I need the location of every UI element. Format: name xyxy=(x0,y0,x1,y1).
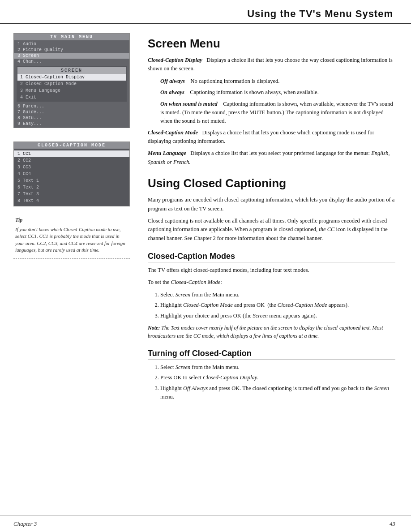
tip-box: Tip If you don't know which Closed-Capti… xyxy=(13,212,130,259)
cc-item-cc2: 2 CC2 xyxy=(14,157,129,164)
tv-menu-list: 1 Audio 2 Picture Quality 3 Screen 4 Cha… xyxy=(14,40,129,128)
turning-off-title: Turning off Closed-Caption xyxy=(148,349,395,360)
cc-menu-screenshot: CLOSED-CAPTION MODE 1 CC1 2 CC2 3 CC3 4 … xyxy=(13,142,130,206)
turning-off-step-2: Press OK to select Closed-Caption Displa… xyxy=(160,373,395,382)
on-when-sound-muted-term: On when sound is muted xyxy=(160,101,218,107)
cc-modes-para1: The TV offers eight closed-captioned mod… xyxy=(148,266,395,275)
screen-menu-title: Screen Menu xyxy=(148,37,395,51)
cc-modes-note: Note: The Text modes cover nearly half o… xyxy=(148,324,395,340)
footer-chapter: Chapter 3 xyxy=(13,520,37,528)
tip-label: Tip xyxy=(15,217,128,223)
tv-menu-item-picture: 2 Picture Quality xyxy=(14,47,129,53)
menu-language-para: Menu Language Displays a choice list tha… xyxy=(148,149,395,167)
cc-modes-para2: To set the Closed-Caption Mode: xyxy=(148,278,395,287)
tv-menu-item-chan: 4 Chan... xyxy=(14,59,129,64)
tv-menu-item-paren: 6 Paren... xyxy=(14,103,129,109)
cc-item-cc4: 4 CC4 xyxy=(14,171,129,177)
cc-item-cc1: 1 CC1 xyxy=(14,150,129,157)
off-always-para: Off always No captioning information is … xyxy=(160,77,395,86)
page-footer: Chapter 3 43 xyxy=(0,515,411,532)
cc-menu-title: CLOSED-CAPTION MODE xyxy=(14,142,129,149)
footer-page-number: 43 xyxy=(390,520,395,528)
tv-menu-screenshot: TV MAIN MENU 1 Audio 2 Picture Quality 3… xyxy=(13,33,130,128)
on-always-term: On always xyxy=(160,89,184,95)
cc-menu-list: 1 CC1 2 CC2 3 CC3 4 CC4 5 Text 1 6 Text … xyxy=(14,149,129,206)
on-always-para: On always Captioning information is show… xyxy=(160,88,395,97)
cc-modes-step-1: Select Screen from the Main menu. xyxy=(160,291,395,299)
cc-modes-title: Closed-Caption Modes xyxy=(148,252,395,262)
cc-modes-step-3: Highlight your choice and press OK (the … xyxy=(160,312,395,320)
tv-menu-item-setu: 8 Setu... xyxy=(14,115,129,121)
on-always-desc: Captioning information is shown always, … xyxy=(190,89,318,95)
closed-caption-mode-term: Closed-Caption Mode xyxy=(148,129,198,136)
closed-caption-mode-para: Closed-Caption Mode Displays a choice li… xyxy=(148,129,395,146)
closed-captioning-title: Using Closed Captioning xyxy=(148,176,395,190)
closed-captioning-para2: Closed captioning is not available on al… xyxy=(148,217,395,243)
closed-captioning-para1: Many programs are encoded with closed-ca… xyxy=(148,196,395,213)
cc-item-text1: 5 Text 1 xyxy=(14,177,129,184)
cc-modes-steps: Select Screen from the Main menu. Highli… xyxy=(160,291,395,320)
tv-menu-item-audio: 1 Audio xyxy=(14,41,129,47)
page-title: Using the TV's Menu System xyxy=(18,8,393,20)
cc-item-text3: 7 Text 3 xyxy=(14,191,129,197)
menu-language-term: Menu Language xyxy=(148,150,186,156)
page-header: Using the TV's Menu System xyxy=(0,0,411,24)
cc-modes-step-2: Highlight Closed-Caption Mode and press … xyxy=(160,301,395,309)
tv-menu-item-screen: 3 Screen xyxy=(14,53,129,59)
closed-caption-display-para: Closed-Caption Display Displays a choice… xyxy=(148,56,395,73)
tip-text: If you don't know which Closed-Caption m… xyxy=(15,226,128,254)
off-always-desc: No captioning information is displayed. xyxy=(190,78,279,84)
tv-submenu-item-1: 1 Closed-Caption Display xyxy=(17,74,126,81)
tv-submenu-item-4: 4 Exit xyxy=(17,94,126,101)
turning-off-steps: Select Screen from the Main menu. Press … xyxy=(160,363,395,402)
cc-item-text2: 6 Text 2 xyxy=(14,184,129,191)
tv-submenu-item-2: 2 Closed-Caption Mode xyxy=(17,81,126,87)
tv-menu-title: TV MAIN MENU xyxy=(14,34,129,40)
turning-off-step-1: Select Screen from the Main menu. xyxy=(160,363,395,372)
closed-caption-display-term: Closed-Caption Display xyxy=(148,57,202,63)
cc-item-cc3: 3 CC3 xyxy=(14,164,129,171)
page-body: TV MAIN MENU 1 Audio 2 Picture Quality 3… xyxy=(0,24,411,414)
turning-off-step-3: Highlight Off Always and press OK. The c… xyxy=(160,384,395,402)
tv-menu-item-guide: 7 Guide... xyxy=(14,109,129,115)
on-when-sound-muted-para: On when sound is muted Captioning inform… xyxy=(160,100,395,126)
cc-item-text4: 8 Text 4 xyxy=(14,197,129,204)
tv-menu-item-easy: 9 Easy... xyxy=(14,121,129,127)
tv-submenu-title: SCREEN xyxy=(17,67,126,74)
off-always-term: Off always xyxy=(160,78,185,84)
left-column: TV MAIN MENU 1 Audio 2 Picture Quality 3… xyxy=(0,24,139,414)
note-label: Note: xyxy=(148,325,160,331)
tv-submenu-item-3: 3 Menu Language xyxy=(17,87,126,94)
right-column: Screen Menu Closed-Caption Display Displ… xyxy=(139,24,411,414)
menu-language-desc: Displays a choice list that lets you sel… xyxy=(190,150,370,156)
